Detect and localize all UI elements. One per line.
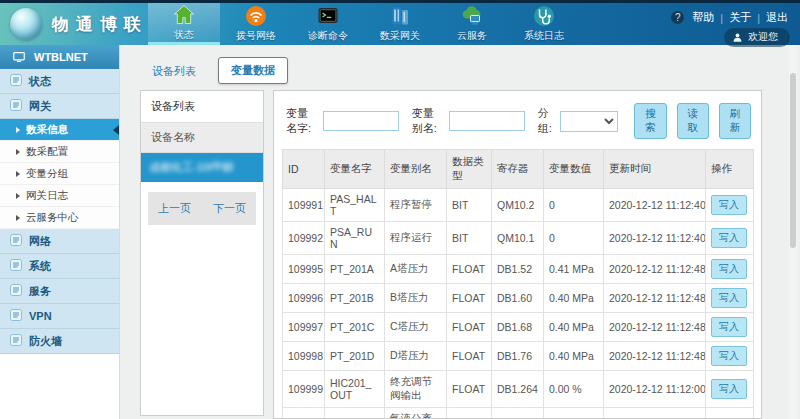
vertical-scrollbar[interactable]	[789, 45, 797, 419]
cell-value: 0	[544, 189, 604, 222]
sidebar-item-status[interactable]: 状态	[0, 69, 119, 94]
table-row: 109995PT_201AA塔压力FLOATDB1.520.41 MPa2020…	[283, 255, 754, 284]
sidebar-item-network[interactable]: 网络	[0, 229, 119, 254]
nav-item-cloud-service[interactable]: 云服务	[436, 3, 508, 45]
device-name-header: 设备名称	[141, 123, 263, 153]
scrollbar-thumb[interactable]	[790, 73, 796, 248]
nav-item-diagnostic-command[interactable]: 诊断命令	[292, 3, 364, 45]
nav-item-label: 系统日志	[524, 29, 564, 43]
nav-item-system-log[interactable]: 系统日志	[508, 3, 580, 45]
cell-id: 109999	[283, 371, 325, 408]
tab-variable-data[interactable]: 变量数据	[218, 57, 288, 84]
device-item[interactable]: 成都化工-10t甲醇	[141, 153, 263, 182]
sidebar-item-gateway[interactable]: 网关	[0, 94, 119, 119]
sidebar-item-firewall[interactable]: 防火墙	[0, 329, 119, 354]
sidebar-item-cloud-service-center[interactable]: 云服务中心	[0, 207, 119, 229]
cell-action: 写入	[706, 255, 754, 284]
write-button[interactable]: 写入	[711, 379, 747, 399]
cell-type: FLOAT	[447, 342, 492, 371]
cell-type: FLOAT	[447, 408, 492, 419]
cell-id: 109997	[283, 313, 325, 342]
cell-updated: 2020-12-12 11:12:00	[604, 408, 706, 419]
app-window: 物通博联 状态拨号网络诊断命令数采网关云服务系统日志 ? 帮助 | 关于 | 退…	[0, 0, 800, 419]
variable-name-label: 变量名字:	[286, 106, 318, 136]
tab-device-list[interactable]: 设备列表	[140, 59, 208, 84]
cell-value: 0.40 MPa	[544, 284, 604, 313]
welcome-badge[interactable]: 欢迎您	[724, 28, 790, 47]
cell-updated: 2020-12-12 11:12:00	[604, 371, 706, 408]
cell-updated: 2020-12-12 11:12:48	[604, 313, 706, 342]
tab-bar: 设备列表 变量数据	[140, 57, 288, 84]
table-row: 109996PT_201BB塔压力FLOATDB1.600.40 MPa2020…	[283, 284, 754, 313]
cell-type: BIT	[447, 189, 492, 222]
top-nav: 状态拨号网络诊断命令数采网关云服务系统日志	[148, 3, 580, 45]
nav-item-dial-network[interactable]: 拨号网络	[220, 3, 292, 45]
about-link[interactable]: 关于	[729, 10, 751, 25]
variable-name-input[interactable]	[323, 111, 399, 131]
cell-action: 写入	[706, 284, 754, 313]
cell-alias: 程序暂停	[385, 189, 447, 222]
write-button[interactable]: 写入	[711, 195, 747, 215]
cell-alias: 程序运行	[385, 222, 447, 255]
terminal-icon	[316, 4, 340, 28]
variable-data-panel: 变量名字: 变量别名: 分组: 搜索 读取 刷新 ID变量名字变量别名数据类型寄…	[273, 90, 762, 419]
cell-id: 109991	[283, 189, 325, 222]
arrow-right-icon	[16, 149, 20, 155]
write-button[interactable]: 写入	[711, 346, 747, 366]
device-panel-title: 设备列表	[141, 91, 263, 123]
logout-link[interactable]: 退出	[766, 10, 788, 25]
cell-updated: 2020-12-12 11:12:40	[604, 189, 706, 222]
group-select[interactable]	[560, 111, 619, 132]
column-header: 操作	[706, 150, 754, 189]
cell-register: DB1.52	[492, 255, 544, 284]
variable-alias-input[interactable]	[449, 111, 525, 131]
sidebar-item-vpn[interactable]: VPN	[0, 304, 119, 329]
sidebar-item-label: 云服务中心	[26, 211, 79, 225]
cell-updated: 2020-12-12 11:12:48	[604, 284, 706, 313]
sidebar-item-label: 服务	[29, 284, 51, 299]
column-header: 更新时间	[604, 150, 706, 189]
sidebar-item-data-collection-info[interactable]: 数采信息	[0, 119, 119, 141]
refresh-button[interactable]: 刷新	[719, 103, 751, 139]
logo-globe-icon	[10, 8, 42, 40]
write-button[interactable]: 写入	[711, 288, 747, 308]
sidebar-item-variable-group[interactable]: 变量分组	[0, 163, 119, 185]
table-row: 109998PT_201DD塔压力FLOATDB1.760.40 MPa2020…	[283, 342, 754, 371]
cell-register: DB1.264	[492, 371, 544, 408]
divider: |	[720, 12, 723, 24]
write-button[interactable]: 写入	[711, 259, 747, 279]
cell-alias: B塔压力	[385, 284, 447, 313]
sidebar-item-data-collection-config[interactable]: 数采配置	[0, 141, 119, 163]
search-button[interactable]: 搜索	[634, 103, 666, 139]
cell-type: FLOAT	[447, 371, 492, 408]
cell-alias: 气液分离罐液位低报设定	[385, 408, 447, 419]
table-row: 109992PSA_RUN程序运行BITQM10.102020-12-12 11…	[283, 222, 754, 255]
sidebar-title: WTBLNET	[0, 45, 119, 69]
help-link[interactable]: 帮助	[692, 10, 714, 25]
table-row: 109991PAS_HALT程序暂停BITQM10.202020-12-12 1…	[283, 189, 754, 222]
cell-updated: 2020-12-12 11:12:48	[604, 342, 706, 371]
cell-alias: D塔压力	[385, 342, 447, 371]
sidebar-item-label: 数采配置	[26, 145, 68, 159]
nav-item-status[interactable]: 状态	[148, 3, 220, 45]
sidebar-item-gateway-log[interactable]: 网关日志	[0, 185, 119, 207]
device-prev-page-button[interactable]: 上一页	[158, 201, 191, 216]
write-button[interactable]: 写入	[711, 228, 747, 248]
write-button[interactable]: 写入	[711, 317, 747, 337]
column-header: 数据类型	[447, 150, 492, 189]
cell-alias: C塔压力	[385, 313, 447, 342]
sidebar-item-label: 变量分组	[26, 167, 68, 181]
column-header: ID	[283, 150, 325, 189]
logo: 物通博联	[10, 8, 148, 40]
cell-action: 写入	[706, 189, 754, 222]
sidebar-item-service[interactable]: 服务	[0, 279, 119, 304]
sidebar-item-system[interactable]: 系统	[0, 254, 119, 279]
cell-name: PT_201C	[325, 313, 385, 342]
nav-item-data-gateway[interactable]: 数采网关	[364, 3, 436, 45]
cell-action: 写入	[706, 342, 754, 371]
device-next-page-button[interactable]: 下一页	[213, 201, 246, 216]
table-row: 109999HIC201_OUT终充调节阀输出FLOATDB1.2640.00 …	[283, 371, 754, 408]
read-button[interactable]: 读取	[677, 103, 709, 139]
sidebar-item-label: 防火墙	[29, 334, 62, 349]
cell-register: QM10.2	[492, 189, 544, 222]
